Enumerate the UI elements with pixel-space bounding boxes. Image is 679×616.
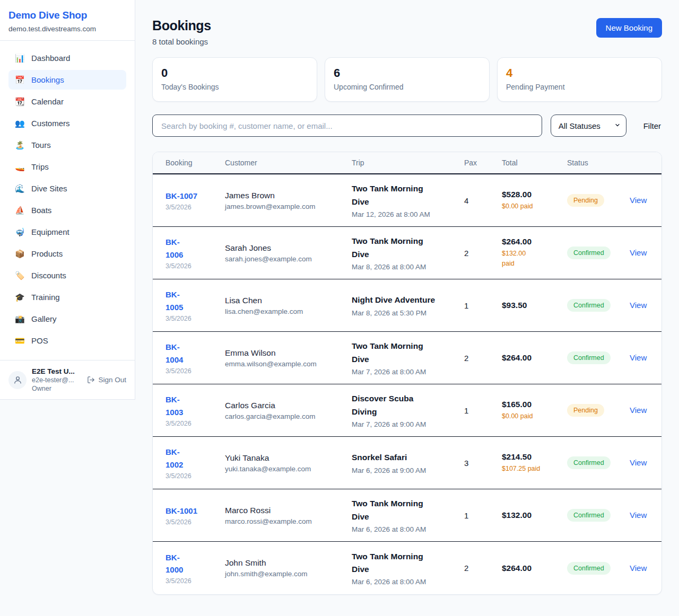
sidebar-item-label: POS	[31, 336, 48, 345]
view-link[interactable]: View	[630, 196, 647, 205]
pax-cell: 2	[464, 354, 502, 363]
sidebar-item-label: Customers	[31, 119, 70, 128]
pax-cell: 1	[464, 511, 502, 520]
pax-cell: 1	[464, 301, 502, 310]
trip-cell: Two Tank Morning Dive Mar 6, 2026 at 8:0…	[352, 497, 464, 533]
calendar-date-icon: 📅	[15, 76, 24, 84]
sidebar-item-calendar[interactable]: 📆 Calendar	[8, 92, 126, 111]
stat-card: 6 Upcoming Confirmed	[325, 57, 490, 102]
user-role: Owner	[32, 385, 82, 392]
booking-id-link[interactable]: BK-1007	[166, 190, 225, 202]
trip-name: Two Tank Morning Dive	[352, 340, 464, 365]
sidebar-item-label: Trips	[31, 162, 49, 171]
customer-email: james.brown@example.com	[225, 203, 352, 210]
total-cell: $264.00 $132.00 paid	[502, 237, 567, 269]
new-booking-button[interactable]: New Booking	[596, 18, 662, 38]
sidebar-item-trips[interactable]: 🚤 Trips	[8, 157, 126, 177]
sidebar-item-boats[interactable]: ⛵ Boats	[8, 200, 126, 220]
customer-cell: Carlos Garcia carlos.garcia@example.com	[225, 401, 352, 420]
sidebar-item-products[interactable]: 📦 Products	[8, 244, 126, 263]
stat-value: 0	[161, 66, 308, 81]
customer-cell: Yuki Tanaka yuki.tanaka@example.com	[225, 453, 352, 473]
sidebar-item-label: Gallery	[31, 314, 57, 323]
filter-button[interactable]: Filter	[642, 118, 662, 134]
paid-amount: $132.00 paid	[502, 249, 567, 269]
trip-datetime: Mar 6, 2026 at 8:00 AM	[352, 578, 464, 586]
sidebar-item-bookings[interactable]: 📅 Bookings	[8, 70, 126, 90]
customer-name: James Brown	[225, 191, 352, 200]
sidebar-item-tours[interactable]: 🏝️ Tours	[8, 135, 126, 155]
booking-id-link[interactable]: BK- 1000	[166, 551, 225, 576]
view-link[interactable]: View	[630, 301, 647, 310]
page-title-block: Bookings 8 total bookings	[152, 18, 211, 46]
view-link[interactable]: View	[630, 353, 647, 362]
customer-name: John Smith	[225, 558, 352, 568]
booking-date: 3/5/2026	[166, 367, 225, 375]
stat-card: 0 Today's Bookings	[152, 57, 317, 102]
sidebar-item-training[interactable]: 🎓 Training	[8, 287, 126, 307]
table-body: BK-1007 3/5/2026 James Brown james.brown…	[153, 174, 661, 594]
table-row: BK- 1004 3/5/2026 Emma Wilson emma.wilso…	[153, 332, 661, 384]
booking-id-link[interactable]: BK- 1002	[166, 446, 225, 471]
status-badge: Confirmed	[567, 351, 611, 364]
trip-cell: Two Tank Morning Dive Mar 12, 2026 at 8:…	[352, 182, 464, 218]
sidebar-item-dashboard[interactable]: 📊 Dashboard	[8, 48, 126, 68]
trip-name: Snorkel Safari	[352, 451, 464, 464]
sidebar-item-customers[interactable]: 👥 Customers	[8, 113, 126, 133]
island-icon: 🏝️	[15, 141, 24, 149]
sidebar-item-gallery[interactable]: 📸 Gallery	[8, 309, 126, 329]
booking-id-link[interactable]: BK-1001	[166, 505, 225, 517]
sign-out-button[interactable]: Sign Out	[87, 376, 126, 384]
stat-cards: 0 Today's Bookings 6 Upcoming Confirmed …	[152, 57, 662, 102]
customer-name: Sarah Jones	[225, 243, 352, 253]
sidebar-item-label: Bookings	[31, 75, 64, 84]
status-filter-wrap: All Statuses	[551, 115, 626, 137]
booking-cell: BK- 1005 3/5/2026	[166, 288, 225, 322]
trip-cell: Night Dive Adventure Mar 8, 2026 at 5:30…	[352, 294, 464, 316]
sidebar-item-discounts[interactable]: 🏷️ Discounts	[8, 266, 126, 285]
pax-cell: 3	[464, 459, 502, 468]
view-link[interactable]: View	[630, 511, 647, 520]
view-link[interactable]: View	[630, 248, 647, 257]
search-input[interactable]	[152, 115, 542, 137]
actions-cell: View	[630, 248, 649, 258]
status-badge: Confirmed	[567, 247, 611, 259]
sidebar-item-label: Dive Sites	[31, 184, 67, 193]
trip-cell: Two Tank Morning Dive Mar 7, 2026 at 8:0…	[352, 340, 464, 375]
table-row: BK- 1003 3/5/2026 Carlos Garcia carlos.g…	[153, 384, 661, 437]
booking-id-link[interactable]: BK- 1004	[166, 341, 225, 366]
total-amount: $264.00	[502, 353, 567, 363]
view-link[interactable]: View	[630, 458, 647, 467]
sidebar-item-equipment[interactable]: 🤿 Equipment	[8, 222, 126, 242]
status-badge: Confirmed	[567, 456, 611, 469]
sailboat-icon: ⛵	[15, 206, 24, 214]
status-badge: Pending	[567, 194, 604, 207]
sidebar: Demo Dive Shop demo.test.divestreams.com…	[0, 0, 135, 400]
sidebar-item-dive-sites[interactable]: 🌊 Dive Sites	[8, 179, 126, 198]
tag-icon: 🏷️	[15, 271, 24, 279]
column-header-trip: Trip	[352, 159, 464, 167]
status-badge: Confirmed	[567, 509, 611, 522]
booking-id-link[interactable]: BK- 1006	[166, 236, 225, 261]
table-header-row: Booking Customer Trip Pax Total Status	[153, 152, 661, 174]
customer-email: emma.wilson@example.com	[225, 360, 352, 368]
status-filter-select[interactable]: All Statuses	[551, 115, 626, 137]
booking-cell: BK-1001 3/5/2026	[166, 505, 225, 526]
sidebar-item-label: Products	[31, 249, 63, 258]
status-cell: Confirmed	[567, 456, 630, 469]
pax-cell: 1	[464, 406, 502, 415]
sidebar-user-footer: E2E Test U... e2e-tester@... Owner Sign …	[0, 360, 135, 399]
booking-id-link[interactable]: BK- 1003	[166, 393, 225, 418]
booking-cell: BK- 1003 3/5/2026	[166, 393, 225, 427]
column-header-status: Status	[567, 159, 630, 167]
view-link[interactable]: View	[630, 406, 647, 415]
trip-datetime: Mar 7, 2026 at 9:00 AM	[352, 420, 464, 428]
view-link[interactable]: View	[630, 564, 647, 573]
booking-id-link[interactable]: BK- 1005	[166, 288, 225, 313]
camera-icon: 📸	[15, 315, 24, 323]
table-row: BK-1007 3/5/2026 James Brown james.brown…	[153, 174, 661, 227]
page-title: Bookings	[152, 18, 211, 33]
customer-cell: James Brown james.brown@example.com	[225, 191, 352, 210]
sidebar-item-pos[interactable]: 💳 POS	[8, 331, 126, 350]
booking-cell: BK-1007 3/5/2026	[166, 190, 225, 211]
